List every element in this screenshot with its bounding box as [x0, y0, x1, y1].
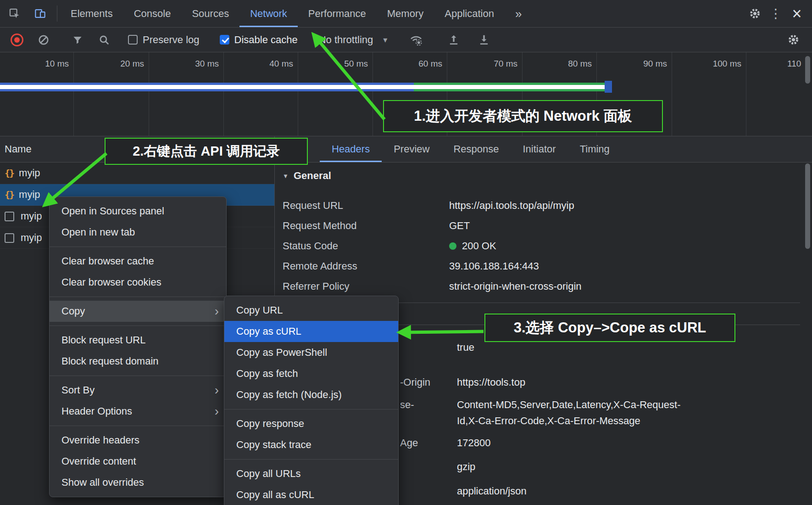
menu-item-copy-stack-trace[interactable]: Copy stack trace: [224, 434, 398, 455]
menu-item-label: Sort By: [61, 384, 206, 396]
header-value: true: [457, 337, 474, 358]
header-name: Request URL: [275, 200, 449, 212]
inspect-element-icon[interactable]: [4, 3, 25, 24]
tab-memory[interactable]: Memory: [377, 0, 434, 27]
menu-item-copy-all-urls[interactable]: Copy all URLs: [224, 463, 398, 484]
general-section-header[interactable]: ▼ General: [283, 166, 331, 186]
device-toolbar-icon[interactable]: [29, 3, 50, 24]
header-value: Content-MD5,Server,Date,Latency,X-Ca-Req…: [457, 397, 686, 429]
throttling-value: No throttling: [319, 34, 373, 46]
menu-item-copy-as-fetch-nodejs[interactable]: Copy as fetch (Node.js): [224, 384, 398, 405]
menu-separator: [50, 325, 226, 326]
tab-timing[interactable]: Timing: [568, 136, 622, 162]
menu-item-block-request-url[interactable]: Block request URL: [50, 330, 226, 351]
menu-item-header-options[interactable]: Header Options ›: [50, 401, 226, 422]
header-name-fragment: se-: [400, 397, 414, 413]
menu-item-show-all-overrides[interactable]: Show all overrides: [50, 472, 226, 493]
timeline-tick-label: 60 ms: [392, 59, 442, 69]
menu-item-override-content[interactable]: Override content: [50, 451, 226, 472]
header-name-fragment: -: [443, 322, 446, 342]
export-har-icon[interactable]: [443, 29, 464, 50]
details-tabbar: Headers Preview Response Initiator Timin…: [275, 136, 812, 163]
general-row: Referrer Policy strict-origin-when-cross…: [275, 276, 812, 297]
settings-gear-icon[interactable]: [744, 3, 765, 24]
disable-cache-toggle[interactable]: Disable cache: [220, 34, 298, 46]
general-row: Status Code 200 OK: [275, 236, 812, 256]
overview-waterfall-end-marker: [605, 81, 612, 93]
tab-preview[interactable]: Preview: [382, 136, 441, 162]
copy-submenu: Copy URL Copy as cURL Copy as PowerShell…: [224, 296, 399, 505]
menu-item-copy-all-as-curl[interactable]: Copy all as cURL: [224, 484, 398, 505]
details-scrollbar-thumb[interactable]: [805, 163, 810, 249]
caret-down-icon: ▾: [383, 36, 387, 44]
general-row: Request URL https://api.tools.top/api/my…: [275, 196, 812, 216]
menu-separator: [224, 409, 398, 410]
menu-item-copy-as-powershell[interactable]: Copy as PowerShell: [224, 342, 398, 363]
menu-item-copy-url[interactable]: Copy URL: [224, 300, 398, 321]
json-resource-icon: {}: [5, 189, 14, 200]
document-resource-icon: [5, 212, 14, 221]
tab-elements[interactable]: Elements: [60, 0, 123, 27]
tab-network[interactable]: Network: [239, 0, 298, 27]
annotation-step-3: 3.选择 Copy–>Cope as cURL: [484, 314, 735, 342]
header-value: strict-origin-when-cross-origin: [449, 281, 582, 292]
ruler-scrollbar-thumb[interactable]: [805, 56, 810, 84]
preserve-log-checkbox[interactable]: [128, 35, 138, 45]
clear-network-log-button[interactable]: [33, 29, 54, 50]
filter-icon[interactable]: [67, 29, 88, 50]
disable-cache-checkbox[interactable]: [220, 35, 229, 45]
menu-item-block-request-domain[interactable]: Block request domain: [50, 351, 226, 372]
timeline-tick-label: 70 ms: [467, 59, 517, 69]
tabbar-left-icons: [0, 0, 54, 27]
menu-item-clear-browser-cache[interactable]: Clear browser cache: [50, 251, 226, 272]
tab-initiator[interactable]: Initiator: [511, 136, 567, 162]
header-name: Request Method: [275, 220, 449, 232]
menu-item-open-in-new-tab[interactable]: Open in new tab: [50, 222, 226, 243]
network-settings-gear-icon[interactable]: [783, 29, 804, 50]
import-har-icon[interactable]: [473, 29, 495, 50]
menu-item-copy-as-curl[interactable]: Copy as cURL: [224, 321, 398, 342]
timeline-tick-label: 90 ms: [617, 59, 667, 69]
overview-waterfall-bar-green: [414, 83, 606, 91]
menu-item-label: Header Options: [61, 405, 206, 417]
header-name: Status Code: [275, 240, 449, 252]
menu-item-override-headers[interactable]: Override headers: [50, 430, 226, 451]
chevron-right-icon: ›: [215, 384, 219, 397]
header-name-fragment: -Origin: [400, 372, 430, 393]
menu-item-copy-response[interactable]: Copy response: [224, 413, 398, 434]
header-value: gzip: [457, 457, 475, 477]
tab-sources[interactable]: Sources: [181, 0, 239, 27]
menu-item-clear-browser-cookies[interactable]: Clear browser cookies: [50, 272, 226, 293]
tab-console[interactable]: Console: [123, 0, 182, 27]
more-tabs-icon[interactable]: »: [505, 0, 532, 27]
tabbar-divider: [57, 6, 57, 22]
menu-separator: [50, 376, 226, 376]
timeline-tick-label: 20 ms: [94, 59, 144, 69]
tab-application[interactable]: Application: [434, 0, 505, 27]
menu-item-open-in-sources[interactable]: Open in Sources panel: [50, 201, 226, 222]
header-value: 39.106.188.164:443: [449, 260, 539, 272]
menu-item-sort-by[interactable]: Sort By ›: [50, 380, 226, 401]
tab-performance[interactable]: Performance: [298, 0, 377, 27]
header-value: https://api.tools.top/api/myip: [449, 200, 574, 212]
close-devtools-icon[interactable]: ×: [786, 3, 807, 24]
tab-response[interactable]: Response: [441, 136, 511, 162]
preserve-log-toggle[interactable]: Preserve log: [128, 34, 200, 46]
menu-separator: [50, 426, 226, 426]
menu-item-copy[interactable]: Copy ›: [50, 301, 226, 322]
record-network-log-button[interactable]: [6, 29, 28, 50]
header-value: GET: [449, 220, 470, 232]
tab-headers[interactable]: Headers: [320, 136, 382, 162]
tabbar-right-icons: ⋮ ×: [744, 0, 812, 27]
throttling-select[interactable]: No throttling ▾: [319, 34, 388, 46]
request-row[interactable]: {} myip: [0, 163, 274, 184]
network-conditions-icon[interactable]: [406, 29, 427, 50]
search-icon[interactable]: [94, 29, 115, 50]
devtools-window: Elements Console Sources Network Perform…: [0, 0, 812, 505]
timeline-tick-label: 10 ms: [18, 59, 69, 69]
kebab-menu-icon[interactable]: ⋮: [765, 3, 786, 24]
menu-item-copy-as-fetch[interactable]: Copy as fetch: [224, 363, 398, 384]
timeline-gridline: [73, 52, 74, 136]
request-name: myip: [19, 189, 40, 201]
header-name: Referrer Policy: [275, 281, 449, 292]
